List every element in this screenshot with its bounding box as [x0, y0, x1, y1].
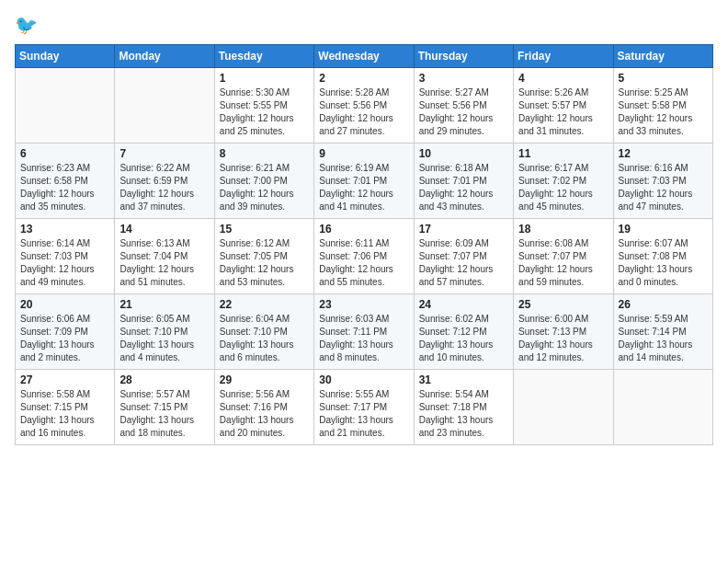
day-info: Sunrise: 6:04 AM Sunset: 7:10 PM Dayligh… [220, 313, 309, 364]
week-row-3: 13Sunrise: 6:14 AM Sunset: 7:03 PM Dayli… [16, 219, 713, 294]
day-number: 13 [20, 223, 109, 236]
calendar-cell: 27Sunrise: 5:58 AM Sunset: 7:15 PM Dayli… [16, 370, 115, 445]
calendar-cell: 13Sunrise: 6:14 AM Sunset: 7:03 PM Dayli… [16, 219, 115, 294]
week-row-5: 27Sunrise: 5:58 AM Sunset: 7:15 PM Dayli… [16, 370, 713, 445]
day-number: 10 [419, 147, 508, 160]
day-info: Sunrise: 5:58 AM Sunset: 7:15 PM Dayligh… [20, 388, 109, 440]
day-info: Sunrise: 6:03 AM Sunset: 7:11 PM Dayligh… [319, 313, 408, 364]
calendar-cell: 3Sunrise: 5:27 AM Sunset: 5:56 PM Daylig… [414, 68, 513, 144]
day-number: 12 [619, 147, 708, 160]
calendar-cell: 2Sunrise: 5:28 AM Sunset: 5:56 PM Daylig… [314, 68, 414, 144]
day-info: Sunrise: 6:06 AM Sunset: 7:09 PM Dayligh… [20, 313, 109, 364]
day-number: 27 [20, 373, 109, 386]
day-info: Sunrise: 5:55 AM Sunset: 7:17 PM Dayligh… [319, 388, 408, 440]
calendar-cell: 17Sunrise: 6:09 AM Sunset: 7:07 PM Dayli… [414, 219, 513, 294]
day-info: Sunrise: 6:09 AM Sunset: 7:07 PM Dayligh… [419, 237, 508, 289]
calendar-cell: 31Sunrise: 5:54 AM Sunset: 7:18 PM Dayli… [414, 370, 513, 445]
day-number: 26 [619, 298, 708, 311]
calendar-cell: 7Sunrise: 6:22 AM Sunset: 6:59 PM Daylig… [115, 144, 214, 219]
day-info: Sunrise: 5:57 AM Sunset: 7:15 PM Dayligh… [119, 388, 209, 440]
calendar-cell: 8Sunrise: 6:21 AM Sunset: 7:00 PM Daylig… [214, 144, 313, 219]
calendar-cell: 9Sunrise: 6:19 AM Sunset: 7:01 PM Daylig… [314, 144, 414, 219]
weekday-header-tuesday: Tuesday [214, 45, 313, 68]
day-number: 2 [319, 72, 408, 85]
day-number: 5 [619, 72, 708, 85]
logo-icon: 🐦 [15, 13, 40, 39]
day-number: 29 [220, 373, 309, 386]
weekday-header-friday: Friday [514, 45, 613, 68]
day-number: 30 [319, 373, 408, 386]
day-info: Sunrise: 6:12 AM Sunset: 7:05 PM Dayligh… [220, 237, 309, 289]
calendar-cell [514, 370, 613, 445]
calendar-cell: 14Sunrise: 6:13 AM Sunset: 7:04 PM Dayli… [115, 219, 214, 294]
day-number: 16 [319, 223, 408, 236]
week-row-2: 6Sunrise: 6:23 AM Sunset: 6:58 PM Daylig… [16, 144, 713, 219]
weekday-header-monday: Monday [115, 45, 214, 68]
calendar-cell: 29Sunrise: 5:56 AM Sunset: 7:16 PM Dayli… [214, 370, 313, 445]
calendar-cell [115, 68, 214, 144]
day-info: Sunrise: 6:16 AM Sunset: 7:03 PM Dayligh… [619, 162, 708, 213]
day-number: 17 [419, 223, 508, 236]
day-number: 11 [518, 147, 608, 160]
day-info: Sunrise: 6:07 AM Sunset: 7:08 PM Dayligh… [619, 237, 708, 289]
day-number: 8 [220, 147, 309, 160]
day-number: 21 [119, 298, 209, 311]
day-info: Sunrise: 6:23 AM Sunset: 6:58 PM Dayligh… [20, 162, 109, 213]
day-info: Sunrise: 6:11 AM Sunset: 7:06 PM Dayligh… [319, 237, 408, 289]
day-number: 25 [518, 298, 608, 311]
calendar-cell [16, 68, 115, 144]
day-info: Sunrise: 5:28 AM Sunset: 5:56 PM Dayligh… [319, 86, 408, 138]
day-number: 20 [20, 298, 109, 311]
day-info: Sunrise: 5:54 AM Sunset: 7:18 PM Dayligh… [419, 388, 508, 440]
day-info: Sunrise: 6:05 AM Sunset: 7:10 PM Dayligh… [119, 313, 209, 364]
day-number: 15 [220, 223, 309, 236]
day-number: 7 [119, 147, 209, 160]
day-number: 3 [419, 72, 508, 85]
day-number: 9 [319, 147, 408, 160]
calendar-cell: 1Sunrise: 5:30 AM Sunset: 5:55 PM Daylig… [214, 68, 313, 144]
calendar-page: 🐦 SundayMondayTuesdayWednesdayThursdayFr… [0, 0, 728, 454]
calendar-cell: 24Sunrise: 6:02 AM Sunset: 7:12 PM Dayli… [414, 294, 513, 370]
calendar-cell [613, 370, 712, 445]
day-info: Sunrise: 6:22 AM Sunset: 6:59 PM Dayligh… [119, 162, 209, 213]
calendar-cell: 20Sunrise: 6:06 AM Sunset: 7:09 PM Dayli… [16, 294, 115, 370]
calendar-cell: 12Sunrise: 6:16 AM Sunset: 7:03 PM Dayli… [613, 144, 712, 219]
calendar-cell: 19Sunrise: 6:07 AM Sunset: 7:08 PM Dayli… [613, 219, 712, 294]
svg-text:🐦: 🐦 [15, 14, 39, 37]
day-number: 22 [220, 298, 309, 311]
day-number: 23 [319, 298, 408, 311]
calendar-cell: 11Sunrise: 6:17 AM Sunset: 7:02 PM Dayli… [514, 144, 613, 219]
day-info: Sunrise: 6:17 AM Sunset: 7:02 PM Dayligh… [518, 162, 608, 213]
calendar-cell: 26Sunrise: 5:59 AM Sunset: 7:14 PM Dayli… [613, 294, 712, 370]
day-number: 24 [419, 298, 508, 311]
day-info: Sunrise: 5:59 AM Sunset: 7:14 PM Dayligh… [619, 313, 708, 364]
day-info: Sunrise: 5:56 AM Sunset: 7:16 PM Dayligh… [220, 388, 309, 440]
day-info: Sunrise: 6:13 AM Sunset: 7:04 PM Dayligh… [119, 237, 209, 289]
day-info: Sunrise: 5:27 AM Sunset: 5:56 PM Dayligh… [419, 86, 508, 138]
week-row-4: 20Sunrise: 6:06 AM Sunset: 7:09 PM Dayli… [16, 294, 713, 370]
day-number: 14 [119, 223, 209, 236]
calendar-cell: 30Sunrise: 5:55 AM Sunset: 7:17 PM Dayli… [314, 370, 414, 445]
calendar-cell: 5Sunrise: 5:25 AM Sunset: 5:58 PM Daylig… [613, 68, 712, 144]
weekday-header-row: SundayMondayTuesdayWednesdayThursdayFrid… [16, 45, 713, 68]
day-info: Sunrise: 6:19 AM Sunset: 7:01 PM Dayligh… [319, 162, 408, 213]
day-info: Sunrise: 6:21 AM Sunset: 7:00 PM Dayligh… [220, 162, 309, 213]
day-info: Sunrise: 6:00 AM Sunset: 7:13 PM Dayligh… [518, 313, 608, 364]
calendar-cell: 4Sunrise: 5:26 AM Sunset: 5:57 PM Daylig… [514, 68, 613, 144]
calendar-cell: 6Sunrise: 6:23 AM Sunset: 6:58 PM Daylig… [16, 144, 115, 219]
day-number: 28 [119, 373, 209, 386]
day-info: Sunrise: 6:02 AM Sunset: 7:12 PM Dayligh… [419, 313, 508, 364]
day-number: 6 [20, 147, 109, 160]
day-number: 31 [419, 373, 508, 386]
day-info: Sunrise: 6:08 AM Sunset: 7:07 PM Dayligh… [518, 237, 608, 289]
calendar-cell: 23Sunrise: 6:03 AM Sunset: 7:11 PM Dayli… [314, 294, 414, 370]
calendar-cell: 15Sunrise: 6:12 AM Sunset: 7:05 PM Dayli… [214, 219, 313, 294]
calendar-cell: 21Sunrise: 6:05 AM Sunset: 7:10 PM Dayli… [115, 294, 214, 370]
logo: 🐦 [15, 13, 42, 39]
calendar-cell: 10Sunrise: 6:18 AM Sunset: 7:01 PM Dayli… [414, 144, 513, 219]
day-info: Sunrise: 5:26 AM Sunset: 5:57 PM Dayligh… [518, 86, 608, 138]
day-info: Sunrise: 6:14 AM Sunset: 7:03 PM Dayligh… [20, 237, 109, 289]
calendar-cell: 22Sunrise: 6:04 AM Sunset: 7:10 PM Dayli… [214, 294, 313, 370]
week-row-1: 1Sunrise: 5:30 AM Sunset: 5:55 PM Daylig… [16, 68, 713, 144]
calendar-cell: 18Sunrise: 6:08 AM Sunset: 7:07 PM Dayli… [514, 219, 613, 294]
